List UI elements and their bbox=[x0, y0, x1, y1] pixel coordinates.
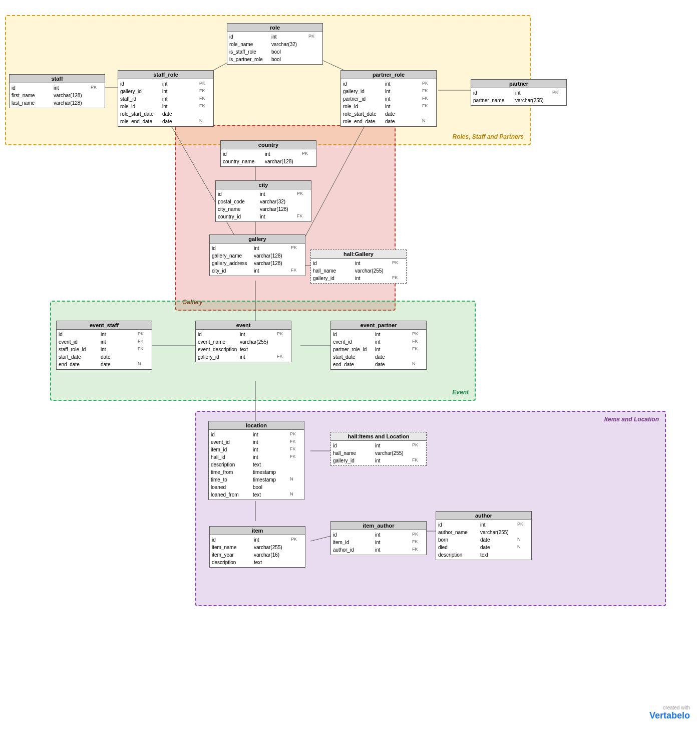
entity-staff-header: staff bbox=[10, 75, 105, 83]
table-row: descriptiontext bbox=[438, 551, 529, 559]
entity-staff: staff idintPK first_namevarchar(128) las… bbox=[9, 74, 105, 108]
table-row: idintPK bbox=[333, 331, 424, 338]
table-row: borndateN bbox=[438, 536, 529, 544]
watermark: created with Vertabelo bbox=[649, 705, 690, 721]
table-row: partner_namevarchar(255) bbox=[473, 97, 564, 104]
entity-role: role idintPK role_namevarchar(32) is_sta… bbox=[227, 23, 323, 65]
entity-item-author-body: idintPK item_idintFK author_idintFK bbox=[331, 530, 426, 555]
entity-city-body: idintPK postal_codevarchar(32) city_name… bbox=[216, 189, 311, 221]
table-row: hall_namevarchar(255) bbox=[333, 449, 424, 457]
table-row: gallery_idintFK bbox=[343, 88, 434, 95]
table-row: idintPK bbox=[333, 531, 424, 539]
entity-city-header: city bbox=[216, 181, 311, 189]
entity-role-header: role bbox=[227, 24, 322, 32]
table-row: event_idintFK bbox=[59, 338, 150, 346]
entity-location-body: idintPK event_idintFK item_idintFK hall_… bbox=[209, 430, 304, 500]
table-row: role_namevarchar(32) bbox=[229, 41, 320, 48]
table-row: hall_idintFK bbox=[211, 453, 302, 461]
table-row: idintPK bbox=[120, 80, 211, 88]
table-row: gallery_namevarchar(128) bbox=[212, 252, 303, 260]
table-row: start_datedate bbox=[333, 353, 424, 361]
entity-event-header: event bbox=[196, 321, 291, 330]
table-row: event_idintFK bbox=[211, 438, 302, 446]
table-row: is_partner_rolebool bbox=[229, 56, 320, 63]
table-row: idintPK bbox=[223, 150, 314, 158]
table-row: role_start_datedate bbox=[343, 110, 434, 118]
table-row: gallery_addressvarchar(128) bbox=[212, 260, 303, 267]
table-row: is_staff_rolebool bbox=[229, 48, 320, 56]
entity-location: location idintPK event_idintFK item_idin… bbox=[208, 421, 304, 500]
table-row: end_datedateN bbox=[333, 361, 424, 368]
table-row: hall_namevarchar(255) bbox=[313, 267, 404, 275]
entity-country-header: country bbox=[221, 141, 316, 149]
table-row: descriptiontext bbox=[212, 559, 303, 566]
table-row: event_namevarchar(255) bbox=[198, 338, 289, 346]
table-row: item_idintFK bbox=[211, 446, 302, 453]
table-row: loaned_fromtextN bbox=[211, 491, 302, 499]
entity-event-staff-header: event_staff bbox=[57, 321, 152, 330]
entity-event-partner: event_partner idintPK event_idintFK part… bbox=[330, 321, 427, 370]
entity-partner-role-header: partner_role bbox=[341, 71, 436, 79]
entity-hall-items: hall:Items and Location idintPK hall_nam… bbox=[330, 432, 427, 466]
watermark-created: created with bbox=[649, 705, 690, 710]
entity-country: country idintPK country_namevarchar(128) bbox=[220, 140, 316, 167]
table-row: role_idintFK bbox=[343, 103, 434, 110]
table-row: end_datedateN bbox=[59, 361, 150, 368]
table-row: descriptiontext bbox=[211, 461, 302, 468]
table-row: idintPK bbox=[333, 442, 424, 449]
region-event-label: Event bbox=[452, 389, 469, 396]
entity-author: author idintPK author_namevarchar(255) b… bbox=[436, 511, 532, 560]
entity-event-staff: event_staff idintPK event_idintFK staff_… bbox=[56, 321, 152, 370]
table-row: idintPK bbox=[12, 84, 103, 92]
entity-event-partner-header: event_partner bbox=[331, 321, 426, 330]
table-row: dieddateN bbox=[438, 544, 529, 551]
table-row: idintPK bbox=[343, 80, 434, 88]
entity-partner-header: partner bbox=[471, 80, 566, 88]
table-row: partner_role_idintFK bbox=[333, 346, 424, 353]
table-row: idintPK bbox=[212, 536, 303, 544]
table-row: staff_idintFK bbox=[120, 95, 211, 103]
table-row: item_namevarchar(255) bbox=[212, 544, 303, 551]
table-row: role_start_datedate bbox=[120, 110, 211, 118]
entity-gallery-header: gallery bbox=[210, 235, 305, 243]
entity-partner-role-body: idintPK gallery_idintFK partner_idintFK … bbox=[341, 79, 436, 126]
entity-hall-items-header: hall:Items and Location bbox=[331, 432, 426, 441]
entity-event-staff-body: idintPK event_idintFK staff_role_idintFK… bbox=[57, 330, 152, 369]
table-row: city_idintFK bbox=[212, 267, 303, 275]
table-row: gallery_idintFK bbox=[198, 353, 289, 361]
table-row: first_namevarchar(128) bbox=[12, 92, 103, 99]
table-row: idintPK bbox=[212, 245, 303, 252]
table-row: idintPK bbox=[438, 521, 529, 529]
table-row: country_idintFK bbox=[218, 213, 309, 220]
table-row: last_namevarchar(128) bbox=[12, 99, 103, 107]
table-row: event_descriptiontext bbox=[198, 346, 289, 353]
table-row: role_end_datedateN bbox=[343, 118, 434, 125]
table-row: postal_codevarchar(32) bbox=[218, 198, 309, 205]
entity-location-header: location bbox=[209, 421, 304, 430]
entity-city: city idintPK postal_codevarchar(32) city… bbox=[215, 180, 311, 222]
entity-item-author: item_author idintPK item_idintFK author_… bbox=[330, 521, 427, 555]
entity-staff-role: staff_role idintPK gallery_idintFK staff… bbox=[118, 70, 214, 127]
entity-gallery: gallery idintPK gallery_namevarchar(128)… bbox=[209, 234, 305, 276]
entity-partner-body: idintPK partner_namevarchar(255) bbox=[471, 88, 566, 105]
entity-staff-body: idintPK first_namevarchar(128) last_name… bbox=[10, 83, 105, 108]
table-row: idintPK bbox=[198, 331, 289, 338]
entity-item-author-header: item_author bbox=[331, 522, 426, 530]
entity-event-partner-body: idintPK event_idintFK partner_role_idint… bbox=[331, 330, 426, 369]
entity-item-body: idintPK item_namevarchar(255) item_yearv… bbox=[210, 535, 305, 567]
table-row: role_end_datedateN bbox=[120, 118, 211, 125]
entity-hall-gallery-header: hall:Gallery bbox=[311, 250, 406, 259]
table-row: author_namevarchar(255) bbox=[438, 529, 529, 536]
table-row: event_idintFK bbox=[333, 338, 424, 346]
entity-hall-items-body: idintPK hall_namevarchar(255) gallery_id… bbox=[331, 441, 426, 465]
entity-partner: partner idintPK partner_namevarchar(255) bbox=[471, 79, 567, 106]
region-roles-label: Roles, Staff and Partners bbox=[453, 133, 524, 140]
entity-gallery-body: idintPK gallery_namevarchar(128) gallery… bbox=[210, 243, 305, 276]
entity-event-body: idintPK event_namevarchar(255) event_des… bbox=[196, 330, 291, 362]
table-row: idintPK bbox=[211, 431, 302, 438]
watermark-brand: Vertabelo bbox=[649, 710, 690, 721]
entity-hall-gallery: hall:Gallery idintPK hall_namevarchar(25… bbox=[310, 250, 407, 284]
table-row: time_totimestampN bbox=[211, 476, 302, 483]
table-row: idintPK bbox=[218, 190, 309, 198]
table-row: gallery_idintFK bbox=[313, 275, 404, 282]
